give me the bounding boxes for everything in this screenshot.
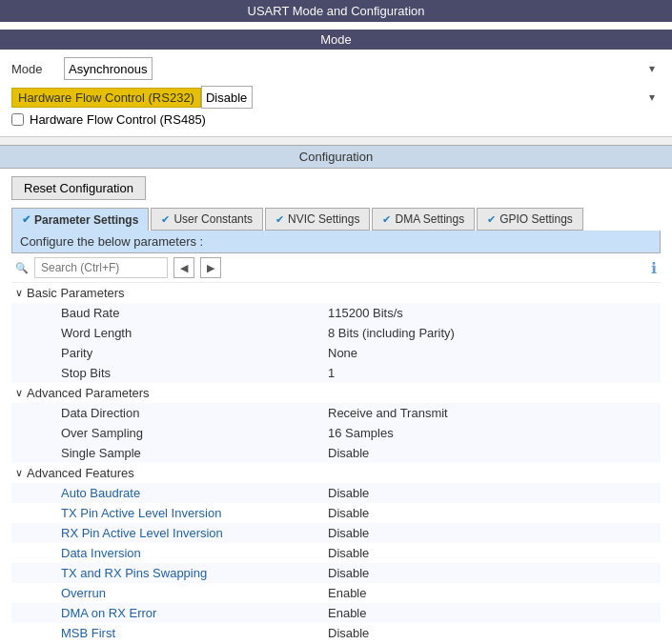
basic-params-chevron: ∨ xyxy=(15,287,23,299)
param-msb-first: MSB First Disable xyxy=(11,623,661,643)
param-stop-bits: Stop Bits 1 xyxy=(11,363,661,383)
basic-params-group: ∨ Basic Parameters Baud Rate 115200 Bits… xyxy=(11,283,661,383)
param-name-msb-first: MSB First xyxy=(61,626,328,640)
hw-flow-label: Hardware Flow Control (RS232) xyxy=(11,88,201,108)
configure-bar: Configure the below parameters : xyxy=(11,231,661,253)
param-value-msb-first: Disable xyxy=(328,626,369,640)
mode-label: Mode xyxy=(11,62,64,76)
advanced-features-label: Advanced Features xyxy=(27,466,134,480)
param-value-dma-on-rx-error: Enable xyxy=(328,606,366,620)
param-value-rx-pin-active-level: Disable xyxy=(328,526,369,540)
param-name-word-length: Word Length xyxy=(61,326,328,340)
advanced-params-label: Advanced Parameters xyxy=(27,386,150,400)
advanced-params-chevron: ∨ xyxy=(15,387,23,399)
param-word-length: Word Length 8 Bits (including Parity) xyxy=(11,323,661,343)
param-over-sampling: Over Sampling 16 Samples xyxy=(11,423,661,443)
mode-select-wrapper: Asynchronous xyxy=(64,57,661,80)
hw-flow-row: Hardware Flow Control (RS232) Disable xyxy=(11,86,661,109)
param-tx-pin-active-level: TX Pin Active Level Inversion Disable xyxy=(11,503,661,523)
param-name-tx-rx-pins-swapping: TX and RX Pins Swapping xyxy=(61,566,328,580)
param-value-over-sampling: 16 Samples xyxy=(328,426,394,440)
param-auto-baudrate: Auto Baudrate Disable xyxy=(11,483,661,503)
tab-icon-4: ✔ xyxy=(487,213,496,226)
basic-params-header[interactable]: ∨ Basic Parameters xyxy=(11,283,661,303)
param-data-inversion: Data Inversion Disable xyxy=(11,543,661,563)
hw-flow-rs485-row: Hardware Flow Control (RS485) xyxy=(11,112,661,127)
tab-user-constants[interactable]: ✔ User Constants xyxy=(151,208,263,231)
param-data-direction: Data Direction Receive and Transmit xyxy=(11,403,661,423)
param-value-data-inversion: Disable xyxy=(328,546,369,560)
page-title: USART Mode and Configuration xyxy=(0,0,672,22)
param-name-stop-bits: Stop Bits xyxy=(61,366,328,380)
tab-icon-3: ✔ xyxy=(382,213,391,226)
search-input[interactable] xyxy=(34,257,168,278)
reset-config-button[interactable]: Reset Configuration xyxy=(11,176,146,200)
param-value-baud-rate: 115200 Bits/s xyxy=(328,306,403,320)
param-name-overrun: Overrun xyxy=(61,586,328,600)
basic-params-label: Basic Parameters xyxy=(27,286,125,300)
hw-flow-select[interactable]: Disable xyxy=(201,86,253,109)
mode-select[interactable]: Asynchronous xyxy=(64,57,153,80)
param-name-parity: Parity xyxy=(61,346,328,360)
search-icon: 🔍 xyxy=(15,262,29,274)
advanced-features-chevron: ∨ xyxy=(15,467,23,479)
param-name-dma-on-rx-error: DMA on RX Error xyxy=(61,606,328,620)
param-rx-pin-active-level: RX Pin Active Level Inversion Disable xyxy=(11,523,661,543)
param-name-single-sample: Single Sample xyxy=(61,446,328,460)
advanced-features-header[interactable]: ∨ Advanced Features xyxy=(11,463,661,483)
param-name-baud-rate: Baud Rate xyxy=(61,306,328,320)
param-dma-on-rx-error: DMA on RX Error Enable xyxy=(11,603,661,623)
param-value-tx-rx-pins-swapping: Disable xyxy=(328,566,369,580)
param-baud-rate: Baud Rate 115200 Bits/s xyxy=(11,303,661,323)
param-value-parity: None xyxy=(328,346,357,360)
tabs-row: ✔ Parameter Settings ✔ User Constants ✔ … xyxy=(11,208,661,231)
param-single-sample: Single Sample Disable xyxy=(11,443,661,463)
hw-flow-rs485-label: Hardware Flow Control (RS485) xyxy=(30,112,206,127)
tab-icon-2: ✔ xyxy=(275,213,284,226)
param-value-auto-baudrate: Disable xyxy=(328,486,369,500)
params-area: ∨ Basic Parameters Baud Rate 115200 Bits… xyxy=(11,283,661,643)
nav-prev-button[interactable]: ◀ xyxy=(173,257,194,278)
param-name-auto-baudrate: Auto Baudrate xyxy=(61,486,328,500)
param-name-tx-pin-active-level: TX Pin Active Level Inversion xyxy=(61,506,328,520)
param-name-data-direction: Data Direction xyxy=(61,406,328,420)
param-value-word-length: 8 Bits (including Parity) xyxy=(328,326,455,340)
hw-flow-rs485-checkbox[interactable] xyxy=(11,113,24,126)
nav-next-button[interactable]: ▶ xyxy=(200,257,221,278)
search-row: 🔍 ◀ ▶ ℹ xyxy=(11,253,661,283)
config-section: Configuration Reset Configuration ✔ Para… xyxy=(0,145,672,644)
mode-section: Mode Mode Asynchronous Hardware Flow Con… xyxy=(0,22,672,137)
mode-header: Mode xyxy=(0,30,672,50)
param-overrun: Overrun Enable xyxy=(11,583,661,603)
tab-parameter-settings[interactable]: ✔ Parameter Settings xyxy=(11,208,149,231)
mode-row: Mode Asynchronous xyxy=(11,57,661,80)
hw-flow-select-wrapper: Disable xyxy=(201,86,661,109)
param-value-data-direction: Receive and Transmit xyxy=(328,406,448,420)
advanced-params-header[interactable]: ∨ Advanced Parameters xyxy=(11,383,661,403)
tab-icon-0: ✔ xyxy=(22,213,31,226)
param-tx-rx-pins-swapping: TX and RX Pins Swapping Disable xyxy=(11,563,661,583)
tab-nvic-settings[interactable]: ✔ NVIC Settings xyxy=(265,208,370,231)
tab-icon-1: ✔ xyxy=(161,213,170,226)
param-name-over-sampling: Over Sampling xyxy=(61,426,328,440)
param-value-tx-pin-active-level: Disable xyxy=(328,506,369,520)
param-parity: Parity None xyxy=(11,343,661,363)
advanced-features-group: ∨ Advanced Features Auto Baudrate Disabl… xyxy=(11,463,661,643)
tab-gpio-settings[interactable]: ✔ GPIO Settings xyxy=(477,208,583,231)
info-button[interactable]: ℹ xyxy=(651,259,657,277)
config-header: Configuration xyxy=(0,145,672,169)
config-body: Reset Configuration ✔ Parameter Settings… xyxy=(0,169,672,644)
param-value-single-sample: Disable xyxy=(328,446,369,460)
param-value-stop-bits: 1 xyxy=(328,366,335,380)
tab-dma-settings[interactable]: ✔ DMA Settings xyxy=(372,208,475,231)
advanced-params-group: ∨ Advanced Parameters Data Direction Rec… xyxy=(11,383,661,463)
param-name-data-inversion: Data Inversion xyxy=(61,546,328,560)
param-name-rx-pin-active-level: RX Pin Active Level Inversion xyxy=(61,526,328,540)
param-value-overrun: Enable xyxy=(328,586,366,600)
